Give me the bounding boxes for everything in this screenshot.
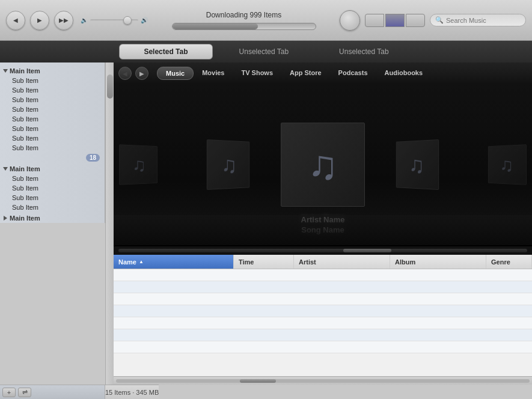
sidebar-bottom: + ⇌ [0, 385, 105, 399]
subnav-movies[interactable]: Movies [194, 67, 233, 80]
cover-item-far-right[interactable]: ♫ [488, 144, 527, 184]
sidebar-item-1[interactable]: Sub Item [0, 76, 105, 85]
cover-item-far-left[interactable]: ♫ [119, 144, 157, 184]
triangle-icon-1 [3, 69, 8, 73]
td-genre [486, 317, 532, 329]
column-artist-label: Artist [299, 258, 316, 266]
td-genre [486, 305, 532, 317]
sidebar-item-7[interactable]: Sub Item [0, 133, 105, 143]
volume-slider[interactable]: 🔈 🔊 [81, 17, 148, 23]
search-input[interactable] [446, 17, 518, 24]
play-button[interactable]: ▶ [30, 11, 49, 30]
column-genre-label: Genre [491, 258, 510, 266]
cf-thumb[interactable] [343, 249, 391, 252]
td-album [390, 269, 486, 281]
music-note-icon: ♫ [409, 151, 424, 178]
column-artist[interactable]: Artist [294, 255, 390, 269]
shuffle-button[interactable]: ⇌ [18, 388, 31, 397]
bottom-thumb[interactable] [240, 379, 276, 383]
content-wrapper: Main Item Sub Item Sub Item Sub Item Sub… [0, 62, 532, 385]
view-coverflow-button[interactable] [385, 14, 405, 27]
sidebar-item-2[interactable]: Sub Item [0, 85, 105, 95]
td-name [114, 305, 234, 317]
view-grid-button[interactable] [406, 14, 425, 27]
td-name [114, 329, 234, 341]
sidebar-item-10[interactable]: Sub Item [0, 183, 105, 193]
cover-item-left[interactable]: ♫ [207, 139, 249, 190]
triangle-icon-2 [3, 167, 8, 171]
column-album-label: Album [395, 258, 415, 266]
progress-bar [172, 23, 316, 30]
column-name[interactable]: Name ▲ [114, 255, 234, 269]
td-artist [294, 317, 390, 329]
subnav-music[interactable]: Music [157, 67, 194, 80]
search-box[interactable]: 🔍 [430, 14, 526, 26]
subnav-audiobooks[interactable]: Audiobooks [376, 67, 432, 80]
column-name-label: Name [118, 258, 136, 266]
forward-button[interactable]: ▶▶ [54, 11, 73, 30]
play-icon: ▶ [37, 17, 42, 23]
td-artist [294, 281, 390, 293]
subnav-podcasts[interactable]: Podcasts [330, 67, 376, 80]
coverflow-scrollbar[interactable] [114, 246, 532, 255]
cover-item-center[interactable]: ♫ [281, 123, 365, 207]
sidebar-scroll-thumb[interactable] [107, 75, 113, 99]
table-row[interactable] [114, 317, 532, 329]
td-name [114, 269, 234, 281]
sidebar-group3-label: Main Item [10, 215, 40, 222]
sidebar-group2-header[interactable]: Main Item [0, 163, 105, 174]
sidebar-group3-header[interactable]: Main Item [0, 212, 105, 223]
table-row[interactable] [114, 305, 532, 317]
track-table: Name ▲ Time Artist Album Genre [114, 255, 532, 376]
toolbar: ◀ ▶ ▶▶ 🔈 🔊 Downloading 999 Items 🔍 [0, 0, 532, 41]
column-album[interactable]: Album [390, 255, 486, 269]
back-button[interactable]: ◀ [6, 11, 25, 30]
tab-selected[interactable]: Selected Tab [119, 44, 212, 59]
td-album [390, 317, 486, 329]
add-button[interactable]: + [2, 388, 16, 397]
sidebar-scroll-wrapper: Main Item Sub Item Sub Item Sub Item Sub… [0, 62, 114, 385]
music-note-icon: ♫ [221, 151, 237, 178]
sidebar-group1-header[interactable]: Main Item [0, 65, 105, 76]
sidebar-item-6[interactable]: Sub Item [0, 124, 105, 133]
cover-item-right[interactable]: ♫ [396, 139, 439, 190]
volume-thumb[interactable] [123, 16, 132, 25]
table-row[interactable] [114, 281, 532, 293]
bottom-track[interactable] [116, 379, 530, 383]
sidebar-item-8[interactable]: Sub Item [0, 143, 105, 153]
volume-high-icon: 🔊 [141, 17, 148, 23]
td-time [234, 317, 294, 329]
td-album [390, 305, 486, 317]
td-artist [294, 329, 390, 341]
lcd-display [340, 10, 360, 31]
cf-track[interactable] [118, 249, 527, 252]
forward-icon: ▶▶ [59, 17, 69, 23]
volume-track[interactable] [90, 19, 138, 22]
sidebar-item-3[interactable]: Sub Item [0, 95, 105, 105]
subnav-appstore[interactable]: App Store [281, 67, 330, 80]
td-time [234, 269, 294, 281]
sidebar-item-9[interactable]: Sub Item [0, 174, 105, 183]
table-row[interactable] [114, 341, 532, 353]
sidebar-scrollbar[interactable] [105, 62, 114, 385]
cover-reflection [114, 215, 532, 245]
td-time [234, 329, 294, 341]
nav-back-button[interactable]: ◀ [118, 67, 132, 80]
sidebar-item-4[interactable]: Sub Item [0, 105, 105, 114]
sidebar-item-11[interactable]: Sub Item [0, 193, 105, 203]
column-time[interactable]: Time [234, 255, 294, 269]
nav-forward-button[interactable]: ▶ [135, 67, 148, 80]
table-row[interactable] [114, 329, 532, 341]
subnav-tvshows[interactable]: TV Shows [233, 67, 281, 80]
table-row[interactable] [114, 293, 532, 305]
view-list-button[interactable] [365, 14, 384, 27]
column-genre[interactable]: Genre [486, 255, 532, 269]
sort-arrow-icon: ▲ [139, 259, 144, 264]
bottom-scrollbar[interactable] [114, 376, 532, 385]
sidebar-item-5[interactable]: Sub Item [0, 114, 105, 124]
td-genre [486, 281, 532, 293]
tab-unselected1[interactable]: Unselected Tab [215, 44, 313, 59]
sidebar-item-12[interactable]: Sub Item [0, 203, 105, 212]
tab-unselected2[interactable]: Unselected Tab [315, 44, 413, 59]
table-row[interactable] [114, 269, 532, 281]
